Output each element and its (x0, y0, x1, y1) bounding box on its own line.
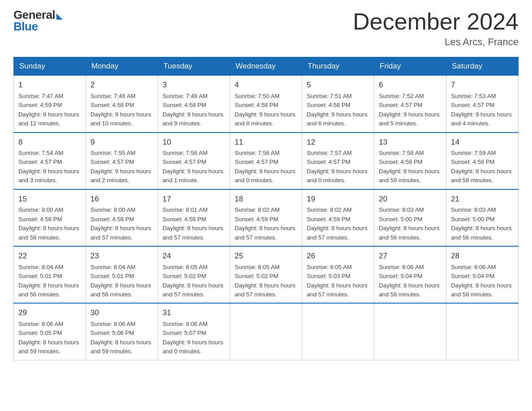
day-info: Sunrise: 7:48 AMSunset: 4:58 PMDaylight:… (90, 93, 151, 127)
day-number: 20 (379, 193, 442, 205)
day-number: 13 (379, 137, 442, 148)
day-info: Sunrise: 7:50 AMSunset: 4:58 PMDaylight:… (235, 93, 296, 127)
calendar-day-cell: 13 Sunrise: 7:58 AMSunset: 4:58 PMDaylig… (374, 133, 446, 189)
calendar-day-cell: 26 Sunrise: 8:05 AMSunset: 5:03 PMDaylig… (302, 246, 374, 303)
day-info: Sunrise: 7:56 AMSunset: 4:57 PMDaylight:… (235, 150, 296, 184)
day-number: 11 (235, 137, 297, 148)
day-number: 16 (90, 193, 153, 205)
day-info: Sunrise: 8:05 AMSunset: 5:02 PMDaylight:… (163, 264, 223, 298)
month-title: December 2024 (353, 9, 519, 34)
calendar-day-cell: 23 Sunrise: 8:04 AMSunset: 5:01 PMDaylig… (86, 246, 158, 303)
day-info: Sunrise: 8:06 AMSunset: 5:05 PMDaylight:… (18, 321, 79, 355)
day-number: 21 (451, 193, 514, 205)
day-number: 19 (307, 193, 369, 205)
logo-general: General (13, 9, 63, 21)
calendar-day-cell: 17 Sunrise: 8:01 AMSunset: 4:58 PMDaylig… (158, 189, 230, 246)
day-info: Sunrise: 7:47 AMSunset: 4:59 PMDaylight:… (18, 93, 79, 127)
calendar-day-cell: 5 Sunrise: 7:51 AMSunset: 4:58 PMDayligh… (302, 76, 374, 133)
page-header: General Blue December 2024 Les Arcs, Fra… (13, 9, 519, 48)
calendar-week-row: 1 Sunrise: 7:47 AMSunset: 4:59 PMDayligh… (14, 76, 519, 133)
day-number: 29 (18, 307, 81, 319)
day-number: 1 (18, 79, 81, 91)
day-number: 17 (163, 193, 225, 205)
calendar-day-cell: 10 Sunrise: 7:56 AMSunset: 4:57 PMDaylig… (158, 133, 230, 189)
title-area: December 2024 Les Arcs, France (353, 9, 519, 48)
calendar-day-cell: 8 Sunrise: 7:54 AMSunset: 4:57 PMDayligh… (14, 133, 86, 189)
day-number: 7 (451, 79, 514, 91)
day-number: 28 (451, 250, 514, 262)
day-number: 5 (307, 79, 369, 91)
calendar-day-cell: 24 Sunrise: 8:05 AMSunset: 5:02 PMDaylig… (158, 246, 230, 303)
day-info: Sunrise: 7:55 AMSunset: 4:57 PMDaylight:… (90, 150, 151, 184)
calendar-day-cell: 3 Sunrise: 7:49 AMSunset: 4:58 PMDayligh… (158, 76, 230, 133)
calendar-day-cell: 21 Sunrise: 8:03 AMSunset: 5:00 PMDaylig… (446, 189, 519, 246)
day-info: Sunrise: 7:58 AMSunset: 4:58 PMDaylight:… (379, 150, 440, 184)
day-number: 31 (163, 307, 225, 319)
calendar-day-cell: 12 Sunrise: 7:57 AMSunset: 4:57 PMDaylig… (302, 133, 374, 189)
day-info: Sunrise: 7:52 AMSunset: 4:57 PMDaylight:… (379, 93, 440, 127)
day-number: 10 (163, 137, 225, 148)
calendar-day-cell: 25 Sunrise: 8:05 AMSunset: 5:02 PMDaylig… (230, 246, 302, 303)
day-info: Sunrise: 8:06 AMSunset: 5:06 PMDaylight:… (90, 321, 151, 355)
day-info: Sunrise: 8:04 AMSunset: 5:01 PMDaylight:… (90, 264, 151, 298)
calendar-day-cell: 11 Sunrise: 7:56 AMSunset: 4:57 PMDaylig… (230, 133, 302, 189)
day-info: Sunrise: 7:57 AMSunset: 4:57 PMDaylight:… (307, 150, 368, 184)
calendar-day-cell: 22 Sunrise: 8:04 AMSunset: 5:01 PMDaylig… (14, 246, 86, 303)
logo-blue: Blue (13, 21, 63, 32)
calendar-day-cell: 1 Sunrise: 7:47 AMSunset: 4:59 PMDayligh… (14, 76, 86, 133)
day-info: Sunrise: 8:06 AMSunset: 5:04 PMDaylight:… (379, 264, 440, 298)
day-number: 22 (18, 250, 81, 262)
day-info: Sunrise: 7:51 AMSunset: 4:58 PMDaylight:… (307, 93, 368, 127)
calendar-day-cell (230, 303, 302, 360)
calendar-table: Sunday Monday Tuesday Wednesday Thursday… (13, 57, 519, 360)
day-number: 15 (18, 193, 81, 205)
calendar-day-cell: 2 Sunrise: 7:48 AMSunset: 4:58 PMDayligh… (86, 76, 158, 133)
calendar-day-cell: 7 Sunrise: 7:53 AMSunset: 4:57 PMDayligh… (446, 76, 519, 133)
day-number: 27 (379, 250, 442, 262)
day-number: 6 (379, 79, 442, 91)
calendar-day-cell: 14 Sunrise: 7:59 AMSunset: 4:58 PMDaylig… (446, 133, 519, 189)
day-number: 30 (90, 307, 153, 319)
day-info: Sunrise: 7:59 AMSunset: 4:58 PMDaylight:… (451, 150, 512, 184)
day-info: Sunrise: 8:00 AMSunset: 4:58 PMDaylight:… (18, 206, 79, 240)
day-number: 24 (163, 250, 225, 262)
day-info: Sunrise: 8:05 AMSunset: 5:03 PMDaylight:… (307, 264, 368, 298)
calendar-week-row: 29 Sunrise: 8:06 AMSunset: 5:05 PMDaylig… (14, 303, 519, 360)
calendar-day-cell: 30 Sunrise: 8:06 AMSunset: 5:06 PMDaylig… (86, 303, 158, 360)
location: Les Arcs, France (353, 36, 519, 48)
day-info: Sunrise: 8:04 AMSunset: 5:01 PMDaylight:… (18, 264, 79, 298)
day-info: Sunrise: 8:02 AMSunset: 4:59 PMDaylight:… (307, 206, 368, 240)
days-header-row: Sunday Monday Tuesday Wednesday Thursday… (14, 57, 519, 76)
day-number: 8 (18, 137, 81, 148)
day-info: Sunrise: 7:49 AMSunset: 4:58 PMDaylight:… (163, 93, 223, 127)
day-number: 3 (163, 79, 225, 91)
calendar-week-row: 22 Sunrise: 8:04 AMSunset: 5:01 PMDaylig… (14, 246, 519, 303)
day-info: Sunrise: 8:00 AMSunset: 4:58 PMDaylight:… (90, 206, 151, 240)
calendar-day-cell (374, 303, 446, 360)
calendar-day-cell: 4 Sunrise: 7:50 AMSunset: 4:58 PMDayligh… (230, 76, 302, 133)
day-info: Sunrise: 8:03 AMSunset: 5:00 PMDaylight:… (451, 206, 512, 240)
calendar-day-cell: 31 Sunrise: 8:06 AMSunset: 5:07 PMDaylig… (158, 303, 230, 360)
day-number: 18 (235, 193, 297, 205)
calendar-day-cell: 20 Sunrise: 8:03 AMSunset: 5:00 PMDaylig… (374, 189, 446, 246)
calendar-day-cell: 16 Sunrise: 8:00 AMSunset: 4:58 PMDaylig… (86, 189, 158, 246)
logo: General Blue (13, 9, 63, 32)
header-sunday: Sunday (14, 57, 86, 76)
header-monday: Monday (86, 57, 158, 76)
day-number: 23 (90, 250, 153, 262)
calendar-day-cell (302, 303, 374, 360)
day-info: Sunrise: 8:06 AMSunset: 5:04 PMDaylight:… (451, 264, 512, 298)
day-number: 26 (307, 250, 369, 262)
day-info: Sunrise: 8:02 AMSunset: 4:59 PMDaylight:… (235, 206, 296, 240)
calendar-day-cell: 15 Sunrise: 8:00 AMSunset: 4:58 PMDaylig… (14, 189, 86, 246)
header-wednesday: Wednesday (230, 57, 302, 76)
calendar-day-cell (446, 303, 519, 360)
calendar-day-cell: 28 Sunrise: 8:06 AMSunset: 5:04 PMDaylig… (446, 246, 519, 303)
calendar-week-row: 8 Sunrise: 7:54 AMSunset: 4:57 PMDayligh… (14, 133, 519, 189)
calendar-day-cell: 27 Sunrise: 8:06 AMSunset: 5:04 PMDaylig… (374, 246, 446, 303)
day-number: 14 (451, 137, 514, 148)
day-info: Sunrise: 8:03 AMSunset: 5:00 PMDaylight:… (379, 206, 440, 240)
day-number: 25 (235, 250, 297, 262)
calendar-day-cell: 6 Sunrise: 7:52 AMSunset: 4:57 PMDayligh… (374, 76, 446, 133)
day-number: 12 (307, 137, 369, 148)
